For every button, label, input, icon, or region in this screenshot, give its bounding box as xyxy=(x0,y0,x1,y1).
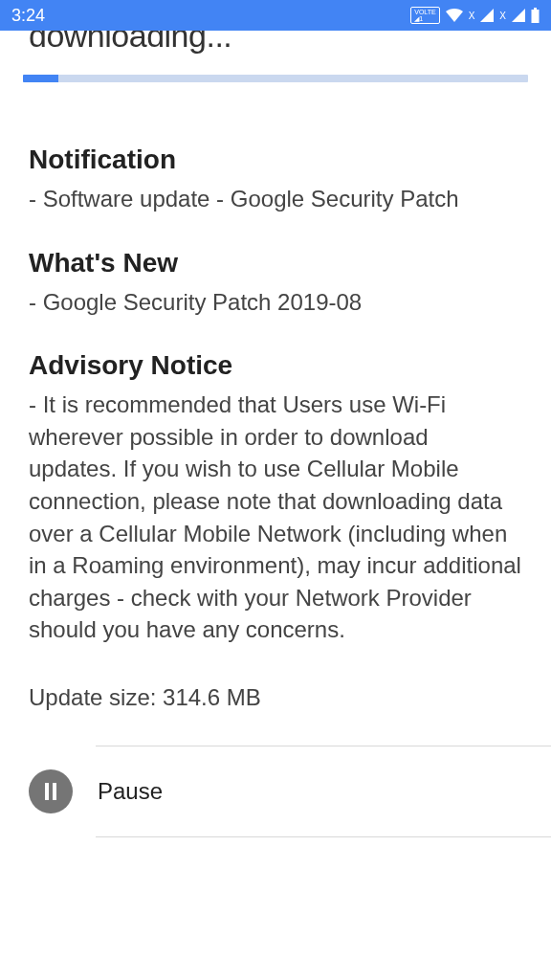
progress-bar xyxy=(23,75,528,82)
whats-new-text: - Google Security Patch 2019-08 xyxy=(29,286,522,319)
page-title-partial: downloading... xyxy=(0,31,551,59)
signal-icon-1 xyxy=(480,9,494,22)
pause-button[interactable] xyxy=(29,769,73,813)
progress-fill xyxy=(23,75,58,82)
advisory-section: Advisory Notice - It is recommended that… xyxy=(29,350,522,646)
x-mark-2: X xyxy=(499,11,506,21)
pause-icon xyxy=(43,783,58,800)
status-icons: VOLTE◢1 X X xyxy=(410,7,540,24)
advisory-heading: Advisory Notice xyxy=(29,350,522,381)
divider-bottom xyxy=(96,836,551,837)
status-bar: 3:24 VOLTE◢1 X X xyxy=(0,0,551,31)
status-time: 3:24 xyxy=(11,6,45,26)
content: Notification - Software update - Google … xyxy=(0,92,551,711)
update-size: Update size: 314.6 MB xyxy=(29,684,522,711)
notification-text: - Software update - Google Security Patc… xyxy=(29,183,522,215)
pause-label: Pause xyxy=(98,778,163,805)
whats-new-heading: What's New xyxy=(29,248,522,278)
x-mark-1: X xyxy=(469,11,475,21)
notification-section: Notification - Software update - Google … xyxy=(29,145,522,215)
pause-action-row[interactable]: Pause xyxy=(0,746,551,836)
volte-icon: VOLTE◢1 xyxy=(410,7,439,24)
advisory-text: - It is recommended that Users use Wi-Fi… xyxy=(29,389,522,646)
svg-rect-0 xyxy=(45,783,49,800)
notification-heading: Notification xyxy=(29,145,522,175)
battery-icon xyxy=(531,8,540,23)
signal-icon-2 xyxy=(512,9,525,22)
svg-rect-1 xyxy=(53,783,56,800)
whats-new-section: What's New - Google Security Patch 2019-… xyxy=(29,248,522,319)
progress-wrap xyxy=(0,59,551,92)
wifi-icon xyxy=(446,9,463,22)
